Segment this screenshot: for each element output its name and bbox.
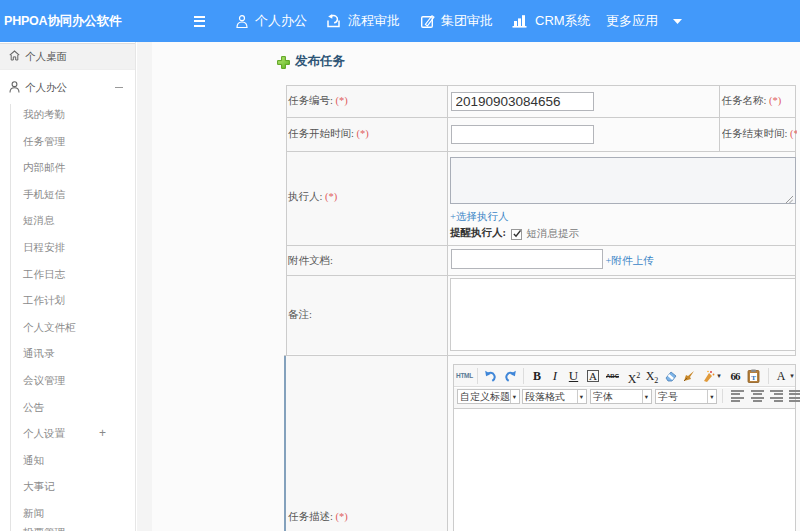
svg-text:T: T	[751, 374, 756, 382]
